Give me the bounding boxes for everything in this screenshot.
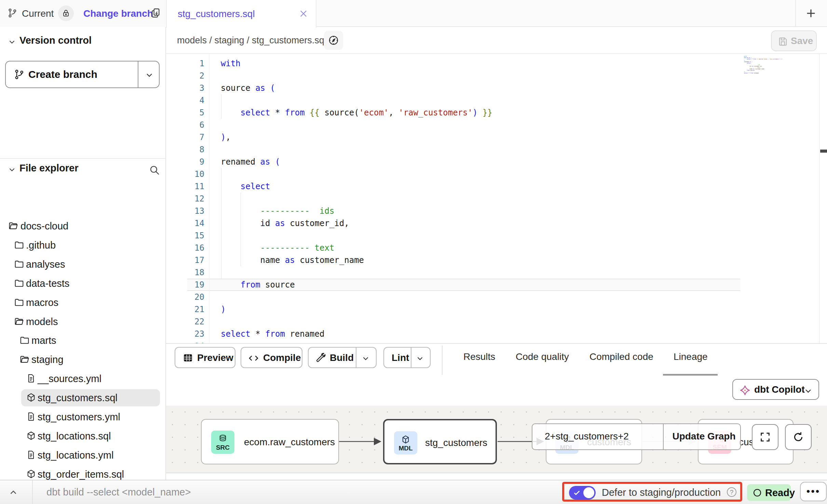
line-number: 21 bbox=[166, 303, 204, 316]
toggle-knob bbox=[583, 487, 594, 498]
chevron-down-icon bbox=[8, 165, 16, 174]
status-bar: dbt build --select <model_name> Defer to… bbox=[0, 480, 827, 504]
dbt-copilot-label: dbt Copilot bbox=[754, 384, 805, 395]
build-dropdown-chevron[interactable] bbox=[361, 354, 370, 363]
tree-item-label: analyses bbox=[26, 259, 65, 270]
file-icon bbox=[26, 412, 36, 421]
tree-item-analyses[interactable]: analyses bbox=[0, 256, 166, 273]
lint-label: Lint bbox=[392, 352, 409, 363]
update-graph-button[interactable]: Update Graph bbox=[670, 431, 737, 442]
node-label: stg_customers bbox=[425, 437, 487, 448]
preview-button[interactable]: Preview bbox=[175, 347, 235, 368]
tree-item-macros[interactable]: macros bbox=[0, 294, 166, 311]
line-number: 2 bbox=[166, 70, 204, 82]
folder-icon bbox=[14, 278, 24, 289]
node-label: ecom.raw_customers bbox=[244, 437, 335, 448]
folder-open-icon bbox=[19, 354, 30, 365]
code-line: select * from {{ source('ecom', 'raw_cus… bbox=[221, 107, 492, 119]
editor-minimap[interactable]: withsource as ( select * from {{ source(… bbox=[744, 56, 784, 93]
command-input[interactable]: dbt build --select <model_name> bbox=[46, 487, 191, 498]
folder-icon bbox=[14, 297, 24, 308]
tree-item-data-tests[interactable]: data-tests bbox=[0, 275, 166, 292]
defer-annotation-box: Defer to staging/production ? bbox=[562, 482, 742, 502]
lint-button[interactable]: Lint bbox=[383, 347, 431, 368]
dbt-copilot-button[interactable]: dbt Copilot bbox=[732, 379, 819, 400]
tree-item-docs-cloud[interactable]: docs-cloud bbox=[0, 218, 166, 235]
line-number: 19 bbox=[166, 279, 204, 291]
line-number: 7 bbox=[166, 131, 204, 143]
model-icon bbox=[26, 393, 36, 402]
fullscreen-button[interactable] bbox=[752, 424, 778, 450]
create-branch-dropdown[interactable] bbox=[145, 70, 154, 80]
tree-item-label: data-tests bbox=[26, 278, 69, 289]
editor-tab[interactable]: stg_customers.sql bbox=[166, 0, 316, 28]
scrollbar-thumb[interactable] bbox=[820, 150, 827, 153]
tree-item-models[interactable]: models bbox=[0, 313, 166, 330]
create-branch-button[interactable]: Create branch bbox=[5, 61, 160, 88]
chevron-down-icon bbox=[803, 386, 813, 396]
tree-item--github[interactable]: .github bbox=[0, 237, 166, 254]
save-button[interactable]: Save bbox=[771, 30, 817, 51]
file-icon bbox=[26, 374, 36, 383]
line-number: 6 bbox=[166, 119, 204, 131]
code-line: from source bbox=[221, 279, 295, 291]
tree-item-stg-customers-yml[interactable]: stg_customers.yml bbox=[0, 408, 166, 425]
tree-item-label: macros bbox=[26, 297, 58, 308]
line-number: 15 bbox=[166, 229, 204, 242]
lint-dropdown-chevron[interactable] bbox=[416, 354, 424, 363]
line-number: 8 bbox=[166, 143, 204, 156]
line-number: 3 bbox=[166, 82, 204, 94]
more-options-button[interactable]: ••• bbox=[800, 482, 827, 501]
build-button[interactable]: Build bbox=[308, 347, 377, 368]
chevron-up-icon[interactable] bbox=[8, 487, 18, 498]
editor-toolbar: Preview Compile Build Lint Resul bbox=[166, 343, 827, 376]
code-line: ---------- ids bbox=[221, 205, 334, 217]
tree-item-stg-locations-sql[interactable]: stg_locations.sql bbox=[0, 428, 166, 445]
help-icon[interactable]: ? bbox=[727, 487, 736, 497]
search-icon[interactable] bbox=[149, 164, 160, 176]
change-branch-link[interactable]: Change branch bbox=[83, 8, 153, 19]
database-icon bbox=[218, 434, 228, 444]
new-tab-button[interactable] bbox=[805, 8, 817, 19]
line-number: 22 bbox=[166, 316, 204, 328]
lineage-selector-input[interactable]: 2+stg_customers+2 bbox=[532, 424, 664, 449]
create-branch-label: Create branch bbox=[28, 69, 97, 80]
tree-item-label: stg_order_items.sql bbox=[38, 469, 124, 480]
tree-item-marts[interactable]: marts bbox=[0, 332, 166, 349]
copilot-compass-icon[interactable] bbox=[324, 31, 343, 50]
tab-results[interactable]: Results bbox=[463, 351, 495, 362]
tab-lineage[interactable]: Lineage bbox=[674, 351, 708, 362]
code-line: renamed as ( bbox=[221, 156, 280, 168]
refresh-icon bbox=[792, 431, 804, 443]
refresh-button[interactable] bbox=[785, 424, 812, 450]
code-editor[interactable]: 1with23source as (45 select * from {{ so… bbox=[166, 54, 827, 343]
tree-item-staging[interactable]: staging bbox=[0, 351, 166, 368]
file-explorer-header[interactable]: File explorer bbox=[0, 163, 166, 183]
lineage-node-source[interactable]: SRC ecom.raw_customers bbox=[201, 419, 339, 464]
code-line: source as ( bbox=[221, 82, 275, 94]
tree-item-stg-customers-sql[interactable]: stg_customers.sql bbox=[0, 389, 166, 406]
editor-scrollbar[interactable] bbox=[819, 54, 827, 343]
tab-compiled-code[interactable]: Compiled code bbox=[589, 351, 653, 362]
dbt-copilot-icon bbox=[739, 384, 751, 396]
tab-code-quality[interactable]: Code quality bbox=[516, 351, 569, 362]
file-icon bbox=[26, 450, 36, 460]
line-number: 14 bbox=[166, 217, 204, 229]
cube-icon bbox=[401, 435, 410, 444]
line-number: 16 bbox=[166, 242, 204, 254]
tree-item-stg-locations-yml[interactable]: stg_locations.yml bbox=[0, 447, 166, 464]
lineage-node-stg-customers[interactable]: MDL stg_customers bbox=[383, 419, 497, 464]
compile-button[interactable]: Compile bbox=[241, 347, 302, 368]
close-tab-icon[interactable] bbox=[299, 9, 308, 18]
dbt-cloud-ide: Current Change branch stg_customers.sql bbox=[0, 0, 827, 504]
tree-item--sources-yml[interactable]: __sources.yml bbox=[0, 370, 166, 387]
lineage-selector-value: 2+stg_customers+2 bbox=[545, 431, 629, 442]
lineage-canvas[interactable]: SRC ecom.raw_customers MDL stg_customers… bbox=[166, 406, 827, 473]
tabstrip-divider bbox=[795, 0, 796, 27]
version-control-header[interactable]: Version control bbox=[0, 35, 166, 55]
ready-label: Ready bbox=[765, 487, 795, 499]
tree-item-label: stg_customers.yml bbox=[38, 411, 120, 423]
defer-toggle[interactable] bbox=[569, 486, 596, 500]
copy-branch-icon[interactable] bbox=[150, 8, 161, 18]
code-line: ), bbox=[221, 131, 231, 143]
